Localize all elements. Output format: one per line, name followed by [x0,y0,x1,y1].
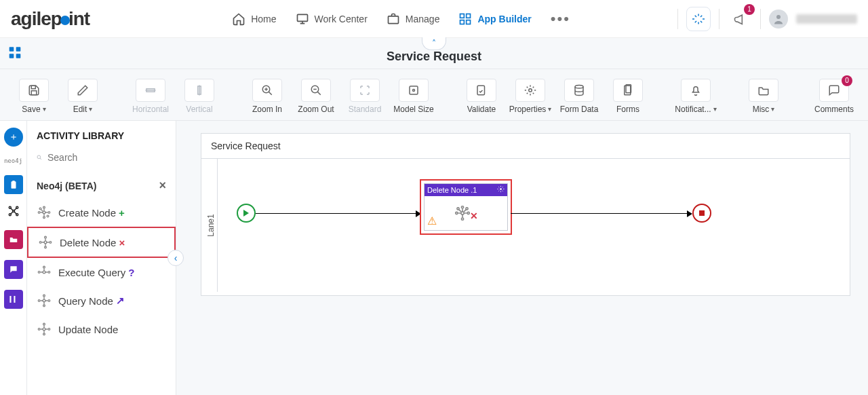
rail-neo4j-label[interactable]: neo4j [4,157,22,164]
library-title: ACTIVITY LIBRARY [27,121,176,148]
zoom-in-button[interactable]: Zoom In [245,79,289,114]
end-node[interactable] [692,204,711,223]
announcement-button[interactable]: 1 [728,7,752,31]
grid-icon [458,12,472,26]
model-size-button[interactable]: Model Size [392,79,435,114]
tool-label: Horizontal [132,105,169,114]
nav-label: Work Center [315,14,368,24]
nav-work-center[interactable]: Work Center [296,12,368,26]
svg-point-36 [43,217,45,219]
fit-icon [359,84,371,96]
svg-rect-12 [31,90,37,94]
activity-execute-query[interactable]: Execute Query ? [27,258,176,286]
activity-query-node[interactable]: Query Node ↗ [27,286,176,315]
folder-icon [757,84,770,96]
forms-button[interactable]: Forms [606,79,650,114]
activity-delete-node-instance[interactable]: Delete Node .1 ⚠ ✕ [424,183,508,231]
properties-button[interactable]: Properties▾ [509,79,552,114]
svg-point-58 [500,188,502,190]
svg-point-45 [38,271,40,274]
zoom-in-icon [261,84,273,96]
activity-selection: Delete Node .1 ⚠ ✕ [420,179,512,235]
grid-icon [8,45,22,59]
monitor-icon [296,12,309,26]
rail-folder-button[interactable] [4,230,23,249]
edit-button[interactable]: Edit▾ [61,79,104,114]
database-icon [573,84,585,96]
svg-point-49 [38,300,40,302]
nav-more-icon[interactable]: ••• [551,10,570,28]
svg-rect-24 [11,181,16,189]
search-input[interactable] [47,152,166,163]
comments-count-badge: 0 [842,75,852,86]
tool-label: Zoom In [252,105,282,114]
nav-label: App Builder [477,14,531,24]
nav-app-builder[interactable]: App Builder [458,12,531,26]
svg-point-57 [43,333,45,335]
nav-home[interactable]: Home [232,12,276,26]
collapse-panel-button[interactable]: ‹ [167,250,184,266]
play-icon [243,210,250,217]
chevron-down-icon: ▾ [548,105,551,113]
save-button[interactable]: Save▾ [12,79,56,114]
misc-button[interactable]: Misc▾ [742,79,785,114]
sparkle-button[interactable] [686,7,711,31]
svg-point-51 [43,295,45,297]
svg-point-40 [39,242,41,244]
rail-pause-button[interactable]: II [4,290,23,309]
tool-label: Misc [753,105,770,114]
activity-delete-node[interactable]: Delete Node × [27,227,176,258]
tool-label: Form Data [560,105,599,114]
svg-rect-9 [9,54,14,58]
start-node[interactable] [237,204,256,223]
activity-create-node[interactable]: Create Node + [27,198,176,227]
activity-title: Delete Node .1 [427,186,477,194]
svg-point-41 [50,242,52,244]
nav-label: Home [251,14,276,24]
svg-rect-4 [460,20,465,24]
activity-label: Delete Node [60,237,116,248]
zoom-out-button[interactable]: Zoom Out [294,79,338,114]
connector[interactable] [511,213,690,214]
svg-point-42 [45,236,47,238]
activity-settings-button[interactable] [497,185,505,195]
library-search[interactable] [35,148,167,168]
node-icon [38,235,53,250]
activity-label: Create Node [58,207,116,219]
tool-label: Save [22,105,40,114]
svg-point-44 [43,271,45,274]
validate-button[interactable]: Validate [460,79,503,114]
node-icon [37,205,52,220]
activity-update-node[interactable]: Update Node [27,315,176,343]
svg-rect-8 [16,47,21,52]
notification-badge: 1 [744,4,755,15]
notifications-button[interactable]: Notificat...▾ [674,79,717,114]
group-close-button[interactable]: × [159,178,166,193]
svg-point-55 [48,328,50,331]
rail-chat-button[interactable] [4,260,23,279]
user-icon [772,13,785,25]
tool-label: Edit [73,105,87,114]
svg-point-39 [44,241,47,244]
align-vertical-button[interactable]: Vertical [178,79,221,114]
svg-rect-25 [12,181,15,182]
rail-add-button[interactable]: ＋ [4,128,23,147]
expand-handle[interactable]: ˄ [422,37,446,50]
comments-button[interactable]: 0 Comments [812,79,856,114]
nav-manage[interactable]: Manage [387,12,440,26]
apps-grid-button[interactable] [8,45,22,61]
comment-icon [828,84,840,96]
process-canvas[interactable]: Service Request Lane1 Delete Node .1 [201,133,850,296]
chevron-down-icon: ▾ [713,105,717,113]
sparkle-icon [692,13,705,25]
user-avatar[interactable] [769,10,788,29]
rail-clipboard-button[interactable] [4,175,23,194]
briefcase-icon [387,12,400,26]
form-data-button[interactable]: Form Data [557,79,601,114]
align-horizontal-button[interactable]: Horizontal [129,79,172,114]
connector[interactable] [256,213,418,214]
svg-rect-17 [410,86,418,94]
rail-graph-button[interactable] [7,205,20,219]
tool-label: Validate [467,105,496,114]
zoom-standard-button[interactable]: Standard [343,79,387,114]
